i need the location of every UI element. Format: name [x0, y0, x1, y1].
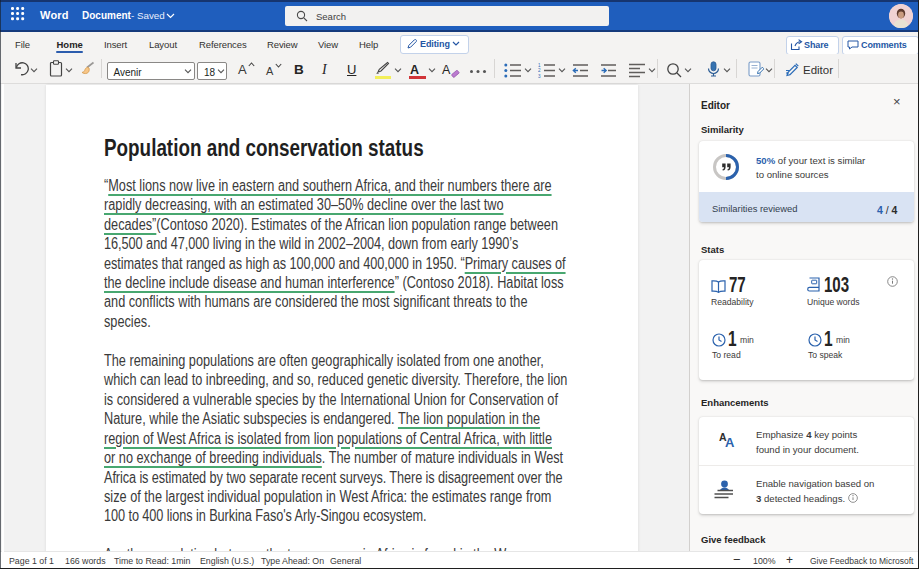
svg-text:2: 2	[538, 68, 541, 73]
svg-text:3: 3	[538, 73, 541, 77]
svg-text:1: 1	[538, 63, 541, 68]
